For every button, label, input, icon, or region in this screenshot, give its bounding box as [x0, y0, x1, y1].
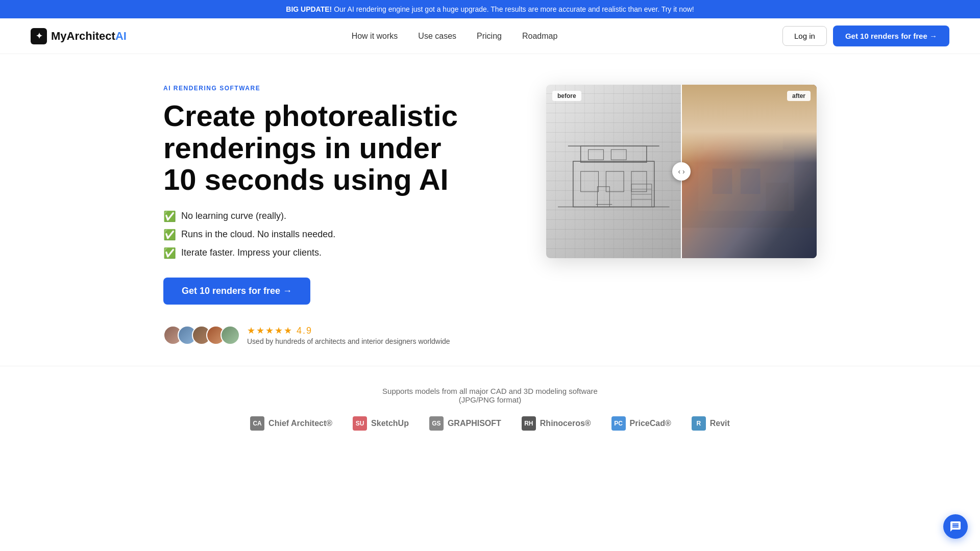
supports-text: Supports models from all major CAD and 3… [31, 387, 949, 404]
svg-rect-12 [631, 184, 652, 207]
graphisoft-icon: GS [429, 416, 444, 431]
revit-icon: R [692, 416, 706, 431]
logo-icon: ✦ [31, 28, 47, 44]
svg-rect-5 [606, 171, 624, 192]
feature-item-3: ✅ Iterate faster. Impress your clients. [163, 247, 459, 259]
check-icon-2: ✅ [163, 229, 176, 241]
stars-rating: ★★★★★ 4.9 Used by hundreds of architects… [247, 325, 450, 345]
announcement-text: Our AI rendering engine just got a huge … [334, 5, 694, 13]
navbar: ✦ MyArchitectAI How it works Use cases P… [0, 18, 980, 54]
logo-graphisoft: GS GRAPHISOFT [429, 416, 501, 431]
divider-handle[interactable]: ‹ › [672, 162, 691, 181]
nav-link-pricing[interactable]: Pricing [477, 32, 502, 40]
hero-features: ✅ No learning curve (really). ✅ Runs in … [163, 210, 459, 259]
feature-text-3: Iterate faster. Impress your clients. [181, 247, 322, 258]
social-proof: ★★★★★ 4.9 Used by hundreds of architects… [163, 325, 459, 345]
svg-rect-22 [766, 183, 789, 211]
announcement-banner: BIG UPDATE! Our AI rendering engine just… [0, 0, 980, 18]
render-overlay-svg [681, 85, 817, 258]
building-sketch [546, 85, 681, 258]
logo-rhinoceros: RH Rhinoceros® [522, 416, 591, 431]
login-button[interactable]: Log in [782, 26, 827, 46]
rhinoceros-icon: RH [522, 416, 536, 431]
image-before [546, 85, 681, 258]
feature-text-1: No learning curve (really). [181, 211, 286, 221]
check-icon-3: ✅ [163, 247, 176, 259]
logo-pricecad: PC PriceCad® [611, 416, 671, 431]
nav-links: How it works Use cases Pricing Roadmap [352, 32, 558, 41]
feature-item-1: ✅ No learning curve (really). [163, 210, 459, 222]
software-logos: CA Chief Architect® SU SketchUp GS GRAPH… [31, 416, 949, 431]
star-icons: ★★★★★ 4.9 [247, 325, 450, 336]
rating-text: Used by hundreds of architects and inter… [247, 337, 450, 345]
avatar-5 [220, 325, 240, 345]
svg-rect-7 [589, 149, 604, 160]
logo[interactable]: ✦ MyArchitectAI [31, 28, 127, 44]
hero-section: AI RENDERING SOFTWARE Create photorealis… [133, 54, 847, 366]
logo-revit: R Revit [692, 416, 730, 431]
hero-left: AI RENDERING SOFTWARE Create photorealis… [163, 85, 459, 345]
label-before: before [552, 91, 581, 101]
hero-cta-button[interactable]: Get 10 renders for free → [163, 278, 310, 305]
announcement-bold: BIG UPDATE! [286, 5, 332, 13]
logo-sketchup: SU SketchUp [353, 416, 409, 431]
svg-rect-20 [713, 168, 732, 194]
logo-text: MyArchitectAI [51, 30, 127, 43]
check-icon-1: ✅ [163, 210, 176, 222]
svg-rect-21 [741, 168, 761, 194]
svg-rect-6 [631, 171, 647, 192]
chief-architect-icon: CA [250, 416, 264, 431]
sketchup-icon: SU [353, 416, 367, 431]
nav-actions: Log in Get 10 renders for free → [782, 26, 949, 46]
feature-item-2: ✅ Runs in the cloud. No installs needed. [163, 229, 459, 241]
supports-section: Supports models from all major CAD and 3… [0, 366, 980, 451]
avatars [163, 325, 240, 345]
hero-badge: AI RENDERING SOFTWARE [163, 85, 459, 92]
feature-text-2: Runs in the cloud. No installs needed. [181, 229, 335, 240]
svg-rect-8 [611, 149, 627, 160]
image-comparison: before after [546, 85, 817, 258]
image-after [681, 85, 817, 258]
nav-link-use-cases[interactable]: Use cases [418, 32, 456, 40]
pricecad-icon: PC [611, 416, 626, 431]
svg-rect-19 [704, 132, 783, 150]
sketch-svg [553, 93, 675, 249]
hero-right: before after [490, 85, 817, 258]
svg-rect-9 [598, 187, 610, 207]
nav-cta-button[interactable]: Get 10 renders for free → [833, 26, 949, 46]
svg-rect-4 [581, 171, 599, 192]
nav-link-roadmap[interactable]: Roadmap [522, 32, 557, 40]
hero-title: Create photorealistic renderings in unde… [163, 100, 459, 196]
label-after: after [787, 91, 811, 101]
logo-chief-architect: CA Chief Architect® [250, 416, 332, 431]
nav-link-how-it-works[interactable]: How it works [352, 32, 398, 40]
